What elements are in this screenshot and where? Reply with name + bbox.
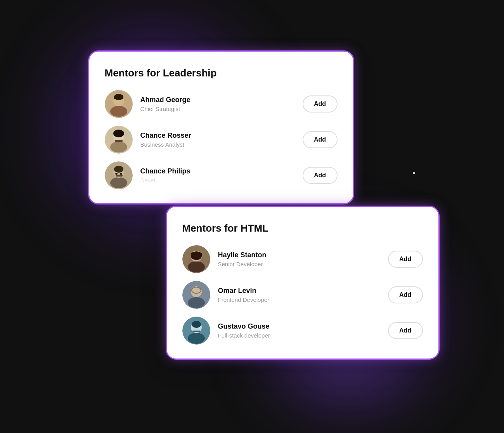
- avatar-chance-rosser: [105, 126, 133, 154]
- avatar-chance-philips: [105, 161, 133, 189]
- leadership-mentor-list: Ahmad George Chief Strategist Add: [105, 90, 338, 189]
- add-button-chance-philips[interactable]: Add: [303, 167, 338, 184]
- svg-point-21: [188, 297, 205, 308]
- mentor-role-chance-philips: Devel...: [140, 177, 295, 184]
- mentor-info-chance-rosser: Chance Rosser Business Analyst: [140, 132, 295, 148]
- mentor-name-haylie: Haylie Stanton: [218, 251, 380, 259]
- mentor-info-chance-philips: Chance Philips Devel...: [140, 167, 295, 184]
- svg-point-11: [110, 177, 127, 188]
- svg-rect-28: [192, 331, 200, 332]
- html-card-title: Mentors for HTML: [182, 222, 423, 234]
- add-button-haylie[interactable]: Add: [388, 251, 423, 268]
- leadership-card: Mentors for Leadership Ahmad George Chie…: [89, 52, 353, 203]
- svg-point-8: [113, 130, 124, 137]
- mentor-name-chance-philips: Chance Philips: [140, 167, 295, 175]
- svg-point-27: [192, 321, 201, 328]
- mentor-name-ahmad: Ahmad George: [140, 96, 295, 104]
- mentor-item-chance-rosser: Chance Rosser Business Analyst Add: [105, 126, 338, 154]
- mentor-name-gustavo: Gustavo Gouse: [218, 322, 380, 331]
- svg-point-1: [110, 106, 127, 117]
- mentor-role-ahmad: Chief Strategist: [140, 106, 295, 112]
- leadership-card-title: Mentors for Leadership: [105, 67, 338, 79]
- svg-point-16: [120, 173, 122, 175]
- mentor-name-chance-rosser: Chance Rosser: [140, 132, 295, 140]
- mentor-item-haylie: Haylie Stanton Senior Developer Add: [182, 245, 423, 273]
- svg-rect-4: [114, 97, 123, 99]
- avatar-haylie: [182, 245, 210, 273]
- mentor-role-chance-rosser: Business Analyst: [140, 141, 295, 148]
- avatar-ahmad: [105, 90, 133, 118]
- svg-point-13: [114, 166, 123, 173]
- mentor-info-omar: Omar Levin Frontend Developer: [218, 287, 380, 303]
- avatar-gustavo: [182, 317, 210, 345]
- svg-rect-14: [116, 175, 123, 177]
- mentor-info-gustavo: Gustavo Gouse Full-stack developer: [218, 322, 380, 339]
- add-button-ahmad[interactable]: Add: [303, 95, 338, 113]
- mentor-item-omar: Omar Levin Frontend Developer Add: [182, 281, 423, 309]
- add-button-gustavo[interactable]: Add: [388, 322, 423, 339]
- mentor-role-omar: Frontend Developer: [218, 296, 380, 303]
- html-mentor-list: Haylie Stanton Senior Developer Add: [182, 245, 423, 345]
- add-button-omar[interactable]: Add: [388, 286, 423, 303]
- mentor-item-chance-philips: Chance Philips Devel... Add: [105, 161, 338, 189]
- avatar-omar: [182, 281, 210, 309]
- svg-point-25: [188, 333, 205, 344]
- html-card: Mentors for HTML Haylie Stanton Senior D…: [167, 207, 438, 359]
- svg-point-6: [110, 142, 127, 152]
- mentor-item-gustavo: Gustavo Gouse Full-stack developer Add: [182, 317, 423, 345]
- svg-point-18: [188, 262, 205, 272]
- add-button-chance-rosser[interactable]: Add: [303, 131, 338, 148]
- mentor-item-ahmad: Ahmad George Chief Strategist Add: [105, 90, 338, 118]
- svg-rect-9: [115, 140, 123, 142]
- svg-point-15: [115, 173, 118, 175]
- mentor-info-haylie: Haylie Stanton Senior Developer: [218, 251, 380, 267]
- decorative-dot: [413, 172, 415, 174]
- mentor-info-ahmad: Ahmad George Chief Strategist: [140, 96, 295, 112]
- mentor-role-gustavo: Full-stack developer: [218, 332, 380, 339]
- mentor-role-haylie: Senior Developer: [218, 261, 380, 267]
- mentor-name-omar: Omar Levin: [218, 287, 380, 295]
